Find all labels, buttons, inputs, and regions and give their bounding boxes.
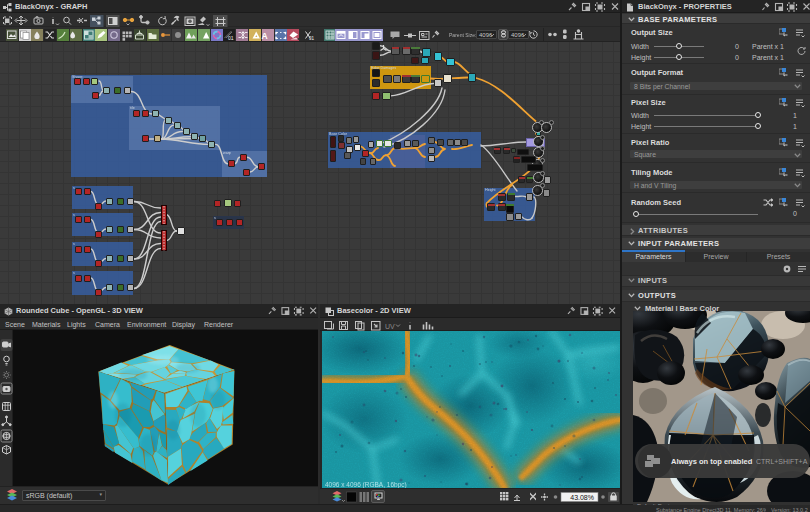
svg-text:UV: UV <box>385 322 395 329</box>
svg-text:CTRL+SHIFT+A: CTRL+SHIFT+A <box>756 458 808 465</box>
svg-text:43.08%: 43.08% <box>570 493 594 500</box>
svg-text:Always on top enabled: Always on top enabled <box>671 457 753 466</box>
